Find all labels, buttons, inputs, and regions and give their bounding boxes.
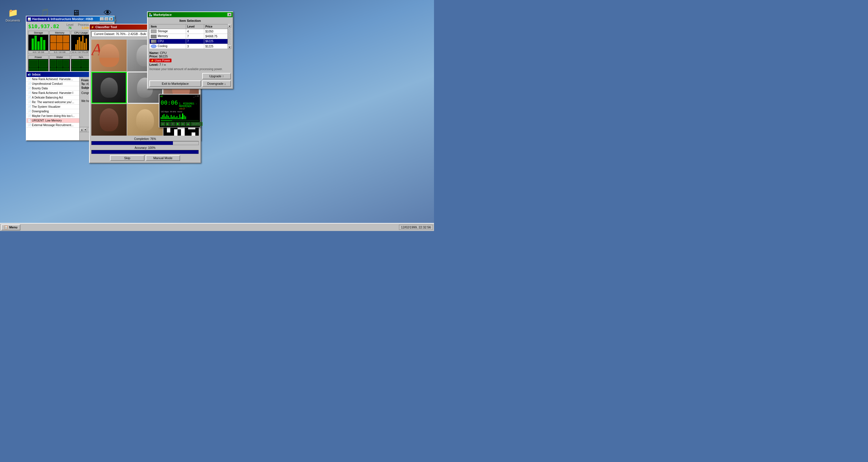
music-controls: ⏮ ▶ ⏸ ⏹ ⏭ ⏏ SHUFFLE xyxy=(161,122,199,126)
hw-cpu-value: 12.4 / 16 TFLOPS xyxy=(71,51,91,54)
marketplace-close-btn[interactable]: ✕ xyxy=(227,13,231,17)
inbox-item-1[interactable]: 📄New Rank Achieved: Harveste... xyxy=(26,77,79,82)
music-track-name: 1. MIDDEMOS - MOPEMINER xyxy=(179,102,199,108)
mp-scroll-up[interactable]: ▲ xyxy=(228,24,231,28)
music-time-display: 00:06 xyxy=(161,99,178,106)
music-prev-btn[interactable]: ⏮ xyxy=(161,122,165,126)
skip-btn[interactable]: Skip xyxy=(110,155,145,161)
hw-monitor-titlebar: 📊 Hardware & Infrastructure Monitor: #06… xyxy=(26,17,114,22)
preview-scroll-down[interactable]: ▼ xyxy=(84,128,87,131)
hw-storage-value: 4.8 / 16 GB xyxy=(28,51,48,54)
music-bitrate: 192 kbps xyxy=(161,111,168,113)
documents-icon: 📁 xyxy=(7,7,19,19)
music-shuffle-btn[interactable]: SHUFFLE xyxy=(191,122,203,126)
mp-price: Price: $6225 xyxy=(149,55,231,58)
mp-row-cooling[interactable]: Cooling 3 $1225 xyxy=(150,44,231,49)
hw-memory-value: 9.2 / 16 GB xyxy=(50,51,69,54)
music-minimize-btn[interactable]: _ xyxy=(193,95,194,98)
music-maximize-btn[interactable]: □ xyxy=(195,95,196,98)
uses-power-badge: ⚡ Uses Power xyxy=(149,59,172,62)
documents-label: Documents xyxy=(6,19,21,22)
face-cell-7 xyxy=(91,104,127,135)
music-freq: 44 kHz xyxy=(170,111,176,113)
hw-cpu-cell: CPU Usage 12.4 / 16 TFLOPS xyxy=(71,31,91,54)
col-price: Price xyxy=(204,24,231,29)
inbox-title: Inbox xyxy=(32,73,40,76)
inbox-item-3[interactable]: 📄Bounty Data xyxy=(26,86,79,91)
music-mode: mono xyxy=(177,111,182,113)
completion-bar-fill xyxy=(92,141,173,145)
music-close-btn[interactable]: ✕ xyxy=(197,95,199,98)
hw-cpu-title: CPU Usage xyxy=(71,31,91,35)
inbox-item-9[interactable]: 📄Maybe I've been doing this too l... xyxy=(26,114,79,118)
mp-scroll-down[interactable]: ▼ xyxy=(228,45,231,49)
inbox-item-4[interactable]: 📄New Rank Achieved: Harvester I xyxy=(26,91,79,95)
inbox-item-6[interactable]: 📄Re: The warmest welcome you'... xyxy=(26,100,79,104)
marketplace-title: Marketplace xyxy=(153,13,172,17)
classifier-action-bar: Skip Manual Mode xyxy=(91,155,199,161)
inbox-item-2[interactable]: 📄Unprofessional Conduct xyxy=(26,82,79,86)
col-level: Level xyxy=(186,24,204,29)
exit-marketplace-btn[interactable]: Exit to Marketplace xyxy=(149,81,201,87)
music-player-titlebar: ni _ □ ✕ xyxy=(159,95,200,98)
music-stop-btn[interactable]: ⏹ xyxy=(176,122,180,126)
hw-money: $10,937.82 xyxy=(28,23,59,29)
hw-memory-title: Memory xyxy=(50,31,69,35)
music-pause-btn[interactable]: ⏸ xyxy=(170,122,175,126)
inbox-item-5[interactable]: 📄A Delicate Balancing Act xyxy=(26,95,79,100)
mp-name: Name: CPU xyxy=(149,51,231,55)
music-play-btn[interactable]: ▶ xyxy=(166,122,170,126)
hw-memory-cell: Memory 9.2 / 16 GB xyxy=(50,31,70,54)
desktop: 📁 Documents 🎵 Music Player 🖥 System 👁 FA… xyxy=(0,0,434,231)
hw-water-title: Water xyxy=(50,56,69,59)
marketplace-details: Name: CPU Price: $6225 ⚡ Uses Power Leve… xyxy=(149,51,231,71)
hw-close-btn[interactable]: ✕ xyxy=(109,17,113,21)
face-cell-8 xyxy=(127,104,162,135)
desktop-icon-documents[interactable]: 📁 Documents xyxy=(3,6,23,23)
music-player-content: 00:06 1. MIDDEMOS - MOPEMINER +4+17 192 … xyxy=(159,98,200,127)
taskbar-clock: 12/02/1999, 22:32:56 xyxy=(399,225,433,230)
music-visualizer xyxy=(161,114,199,119)
hw-level-label: Level xyxy=(67,23,73,26)
marketplace-icon: 🏪 xyxy=(149,13,152,17)
preview-scroll-up[interactable]: ▲ xyxy=(80,128,84,131)
face-cell-1: A xyxy=(91,40,127,71)
start-button[interactable]: 🪟 Menu xyxy=(1,224,21,230)
hw-minimize-btn[interactable]: _ xyxy=(100,17,104,21)
inbox-item-8[interactable]: 📄Downgrading xyxy=(26,109,79,114)
face-cell-4 xyxy=(91,72,127,103)
mp-row-memory[interactable]: Memory 7 $4668.75 xyxy=(150,34,231,39)
music-player-window: ni _ □ ✕ 00:06 1. MIDDEMOS - MOPEMINER +… xyxy=(159,94,200,128)
marketplace-titlebar: 🏪 Marketplace ✕ xyxy=(148,12,232,17)
taskbar: 🪟 Menu 12/02/1999, 22:32:56 xyxy=(0,223,434,231)
downgrade-btn[interactable]: Downgrade ↓ xyxy=(202,81,231,87)
completion-section: Completion: 76% Accuracy: 100% xyxy=(91,137,199,154)
accuracy-label: Accuracy: 100% xyxy=(91,146,199,149)
hw-level-value: 76 xyxy=(67,26,73,30)
accuracy-bar xyxy=(91,150,199,154)
inbox-icon: 📬 xyxy=(28,73,31,76)
inbox-item-10[interactable]: 📄URGENT: Low Memory xyxy=(26,118,79,123)
mp-row-cpu[interactable]: CPU 7 $6225 xyxy=(150,39,231,44)
mp-level: Level: 7 / ∞ xyxy=(149,63,231,66)
marketplace-item-table: Item Level Price Storage 4 $1050 Memory xyxy=(149,24,231,49)
classifier-icon: ⚡ xyxy=(91,26,94,29)
hw-monitor-title: Hardware & Infrastructure Monitor: #06B xyxy=(32,17,93,21)
mp-row-storage[interactable]: Storage 4 $1050 xyxy=(150,29,231,34)
col-item: Item xyxy=(150,24,186,29)
music-info: +4+17 xyxy=(179,108,199,110)
inbox-message-list: 📄New Rank Achieved: Harveste... 📄Unprofe… xyxy=(26,77,80,140)
hw-maximize-btn[interactable]: □ xyxy=(104,17,108,21)
manual-mode-btn[interactable]: Manual Mode xyxy=(146,155,180,161)
marketplace-window: 🏪 Marketplace ✕ Item Selection Item Leve… xyxy=(147,11,233,89)
hw-storage-cell: Storage 4.8 / 16 GB xyxy=(28,31,49,54)
music-eject-btn[interactable]: ⏏ xyxy=(186,122,190,126)
start-logo: 🪟 xyxy=(4,225,8,229)
upgrade-btn[interactable]: Upgrade ↑ xyxy=(202,73,231,79)
classifier-title: Classifier Tool xyxy=(95,25,117,29)
music-player-title-text: ni xyxy=(160,95,162,98)
completion-label: Completion: 76% xyxy=(91,137,199,141)
inbox-item-7[interactable]: 📄The System Visualizer xyxy=(26,104,79,109)
music-next-btn[interactable]: ⏭ xyxy=(181,122,185,126)
inbox-item-11[interactable]: 📄External Message Recruitment... xyxy=(26,123,79,128)
